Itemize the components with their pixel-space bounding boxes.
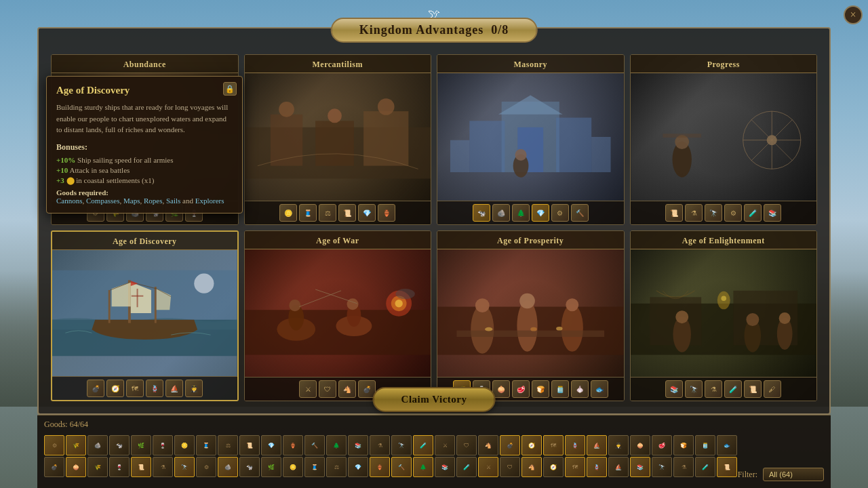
good-icon[interactable]: 🪙 (279, 204, 297, 222)
good-icon[interactable]: ⚙ (724, 204, 742, 222)
good-icon[interactable]: 📚 (764, 204, 781, 222)
goods-item[interactable]: 🧪 (413, 435, 433, 455)
goods-item[interactable]: 💣 (44, 457, 64, 477)
good-icon[interactable]: 🫙 (551, 380, 569, 398)
goods-item[interactable]: 🐄 (239, 457, 260, 477)
goods-item[interactable]: ⚙ (196, 457, 216, 477)
card-age-of-war[interactable]: Age of War ⚔ 🛡 🐴 💣 (244, 230, 432, 401)
goods-item[interactable]: 🏺 (370, 457, 390, 477)
good-icon[interactable]: 🖋 (764, 380, 781, 398)
good-icon[interactable]: 🐄 (473, 204, 490, 222)
goods-item[interactable]: 🍞 (673, 435, 694, 455)
goods-item[interactable]: 🍷 (109, 457, 130, 477)
goods-item[interactable]: 🌲 (413, 457, 433, 477)
goods-item[interactable]: ⚖ (326, 457, 347, 477)
goods-item[interactable]: 🐴 (478, 435, 498, 455)
goods-item[interactable]: ⚗ (153, 457, 173, 477)
goods-link-cannons[interactable]: Cannons (56, 197, 83, 205)
goods-item[interactable]: 🧵 (196, 435, 216, 455)
goods-item[interactable]: 🧪 (456, 457, 477, 477)
card-masonry[interactable]: Masonry 🐄 🪨 🌲 💎 ⚙ 🔨 (437, 54, 625, 225)
goods-item[interactable]: 🔭 (391, 435, 412, 455)
close-button[interactable]: × (844, 5, 863, 24)
goods-item[interactable]: 🪨 (87, 435, 108, 455)
good-icon[interactable]: ⛵ (165, 380, 183, 397)
goods-item[interactable]: 📜 (717, 457, 737, 477)
good-icon[interactable]: 🥩 (512, 380, 530, 398)
goods-item[interactable]: 📜 (131, 457, 151, 477)
goods-item[interactable]: 💎 (261, 435, 281, 455)
goods-item[interactable]: 🏺 (283, 435, 303, 455)
goods-item[interactable]: ⚔ (478, 457, 498, 477)
good-icon[interactable]: ⚔ (299, 380, 317, 398)
goods-item[interactable]: 📚 (630, 457, 650, 477)
goods-item[interactable]: 🧵 (304, 457, 325, 477)
card-progress[interactable]: Progress 📜 ⚗ 🔭 ⚙ 🧪 📚 (630, 54, 818, 225)
good-icon[interactable]: 🧪 (744, 204, 762, 222)
goods-item[interactable]: 🪙 (174, 435, 195, 455)
claim-victory-button[interactable]: Claim Victory (373, 387, 496, 412)
goods-item[interactable]: 🧪 (695, 457, 715, 477)
good-icon[interactable]: ⚗ (705, 380, 722, 398)
goods-link-sails[interactable]: Sails (166, 197, 180, 205)
good-icon[interactable]: 🛡 (319, 380, 336, 398)
goods-item[interactable]: 🛡 (456, 435, 477, 455)
good-icon[interactable]: 📜 (665, 204, 683, 222)
goods-item[interactable]: 🌾 (87, 457, 108, 477)
goods-item[interactable]: ⚙ (44, 435, 64, 455)
good-icon[interactable]: 🪨 (492, 204, 510, 222)
goods-item[interactable]: 💣 (500, 435, 520, 455)
goods-item[interactable]: ⚔ (435, 435, 455, 455)
good-icon[interactable]: 🔭 (705, 204, 722, 222)
good-icon[interactable]: 🧵 (299, 204, 317, 222)
card-age-of-discovery[interactable]: Age of Discovery 💣 🧭 🗺 🪢 ⛵ 🧑‍✈️ (51, 230, 239, 401)
goods-item[interactable]: 🧅 (66, 457, 86, 477)
goods-link-compasses[interactable]: Compasses (86, 197, 120, 205)
goods-item[interactable]: ⚖ (218, 435, 238, 455)
good-icon[interactable]: 🪢 (146, 380, 163, 397)
goods-item[interactable]: 🛡 (500, 457, 520, 477)
goods-item[interactable]: 🧑‍✈️ (608, 435, 629, 455)
goods-item[interactable]: 🌿 (261, 457, 281, 477)
goods-item[interactable]: 🪨 (218, 457, 238, 477)
good-icon[interactable]: 🧭 (106, 380, 124, 397)
goods-item[interactable]: 📜 (239, 435, 260, 455)
goods-item[interactable]: 🗺 (565, 457, 585, 477)
good-icon[interactable]: 💣 (87, 380, 104, 397)
goods-item[interactable]: 🗺 (543, 435, 564, 455)
goods-item[interactable]: 📚 (348, 435, 368, 455)
goods-item[interactable]: 🧅 (630, 435, 650, 455)
card-mercantilism[interactable]: Mercantilism 🪙 🧵 ⚖ 📜 💎 🏺 (244, 54, 432, 225)
goods-item[interactable]: 🪢 (565, 435, 585, 455)
good-icon[interactable]: 📜 (338, 204, 356, 222)
goods-item[interactable]: 💎 (348, 457, 368, 477)
goods-item[interactable]: 🪢 (587, 457, 607, 477)
goods-item[interactable]: 🐟 (717, 435, 737, 455)
good-icon[interactable]: ⚖ (319, 204, 336, 222)
good-icon[interactable]: 💎 (532, 204, 549, 222)
goods-item[interactable]: ⚗ (673, 457, 694, 477)
goods-item[interactable]: 🌾 (66, 435, 86, 455)
goods-link-explorers[interactable]: Explorers (195, 197, 224, 205)
good-icon[interactable]: 🍞 (532, 380, 549, 398)
good-icon[interactable]: 🧑‍✈️ (185, 380, 203, 397)
goods-item[interactable]: ⛵ (587, 435, 607, 455)
good-icon[interactable]: ⚙ (551, 204, 569, 222)
goods-item[interactable]: 🌿 (131, 435, 151, 455)
goods-item[interactable]: 🌲 (326, 435, 347, 455)
goods-link-ropes[interactable]: Ropes (144, 197, 163, 205)
goods-item[interactable]: 🧭 (521, 435, 542, 455)
good-icon[interactable]: 🌲 (512, 204, 530, 222)
goods-item[interactable]: 🧭 (543, 457, 564, 477)
goods-item[interactable]: 🔭 (652, 457, 672, 477)
goods-item[interactable]: 🐴 (521, 457, 542, 477)
goods-item[interactable]: ⚗ (370, 435, 390, 455)
goods-item[interactable]: ⛵ (608, 457, 629, 477)
good-icon[interactable]: 🏺 (378, 204, 395, 222)
goods-item[interactable]: 🍷 (153, 435, 173, 455)
card-age-of-enlightenment[interactable]: Age of Enlightenment 📚 🔭 ⚗ 🧪 📜 🖋 (630, 230, 818, 401)
card-age-of-prosperity[interactable]: Age of Prosperity 🌾 🍷 🧅 🥩 🍞 🫙 🧄 🐟 (437, 230, 625, 401)
goods-item[interactable]: 🔨 (304, 435, 325, 455)
goods-item[interactable]: 🫙 (695, 435, 715, 455)
good-icon[interactable]: 📚 (665, 380, 683, 398)
